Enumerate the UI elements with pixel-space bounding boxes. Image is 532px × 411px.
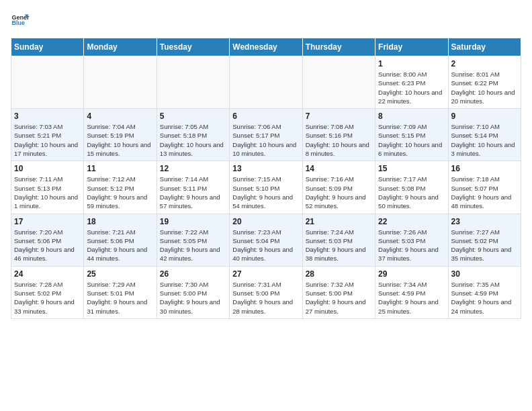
day-info: Sunrise: 7:06 AMSunset: 5:17 PMDaylight:… — [232, 122, 299, 158]
calendar-day-cell: 13Sunrise: 7:15 AMSunset: 5:10 PMDayligh… — [230, 161, 302, 214]
day-of-week-header: Wednesday — [230, 38, 302, 56]
day-info: Sunrise: 7:17 AMSunset: 5:08 PMDaylight:… — [378, 175, 445, 210]
calendar-day-cell: 22Sunrise: 7:26 AMSunset: 5:03 PMDayligh… — [375, 214, 448, 266]
calendar-table: SundayMondayTuesdayWednesdayThursdayFrid… — [11, 38, 521, 319]
calendar-day-cell: 11Sunrise: 7:12 AMSunset: 5:12 PMDayligh… — [84, 161, 157, 214]
calendar-day-cell: 28Sunrise: 7:32 AMSunset: 5:00 PMDayligh… — [302, 266, 375, 318]
calendar-day-cell: 8Sunrise: 7:09 AMSunset: 5:15 PMDaylight… — [375, 109, 448, 161]
calendar-day-cell: 30Sunrise: 7:35 AMSunset: 4:59 PMDayligh… — [448, 266, 521, 318]
day-number: 7 — [306, 111, 372, 121]
calendar-day-cell — [84, 56, 157, 109]
calendar-day-cell: 15Sunrise: 7:17 AMSunset: 5:08 PMDayligh… — [375, 161, 448, 214]
day-info: Sunrise: 7:14 AMSunset: 5:11 PMDaylight:… — [160, 175, 226, 210]
day-number: 13 — [232, 164, 299, 173]
day-info: Sunrise: 7:21 AMSunset: 5:06 PMDaylight:… — [87, 228, 153, 263]
calendar-day-cell: 10Sunrise: 7:11 AMSunset: 5:13 PMDayligh… — [11, 161, 84, 214]
day-info: Sunrise: 8:00 AMSunset: 6:23 PMDaylight:… — [378, 70, 445, 105]
day-info: Sunrise: 7:35 AMSunset: 4:59 PMDaylight:… — [451, 280, 518, 316]
day-of-week-header: Sunday — [11, 38, 84, 56]
day-of-week-header: Saturday — [448, 38, 521, 56]
calendar-day-cell — [11, 56, 84, 109]
day-info: Sunrise: 7:26 AMSunset: 5:03 PMDaylight:… — [378, 228, 445, 263]
calendar-week-row: 24Sunrise: 7:28 AMSunset: 5:02 PMDayligh… — [11, 266, 521, 318]
calendar-week-row: 1Sunrise: 8:00 AMSunset: 6:23 PMDaylight… — [11, 56, 521, 109]
day-number: 30 — [451, 269, 518, 279]
day-number: 27 — [232, 269, 299, 279]
day-number: 21 — [306, 217, 372, 226]
calendar-day-cell — [157, 56, 229, 109]
calendar-day-cell: 2Sunrise: 8:01 AMSunset: 6:22 PMDaylight… — [448, 56, 521, 109]
calendar-day-cell: 7Sunrise: 7:08 AMSunset: 5:16 PMDaylight… — [302, 109, 375, 161]
day-info: Sunrise: 7:03 AMSunset: 5:21 PMDaylight:… — [14, 122, 81, 158]
day-of-week-header: Monday — [84, 38, 157, 56]
calendar-day-cell: 21Sunrise: 7:24 AMSunset: 5:03 PMDayligh… — [302, 214, 375, 266]
day-number: 23 — [451, 217, 518, 226]
day-number: 9 — [451, 111, 518, 121]
calendar-day-cell: 1Sunrise: 8:00 AMSunset: 6:23 PMDaylight… — [375, 56, 448, 109]
day-info: Sunrise: 7:15 AMSunset: 5:10 PMDaylight:… — [232, 175, 299, 210]
day-number: 12 — [160, 164, 226, 173]
calendar-week-row: 3Sunrise: 7:03 AMSunset: 5:21 PMDaylight… — [11, 109, 521, 161]
calendar-day-cell: 18Sunrise: 7:21 AMSunset: 5:06 PMDayligh… — [84, 214, 157, 266]
day-info: Sunrise: 7:16 AMSunset: 5:09 PMDaylight:… — [306, 175, 372, 210]
day-info: Sunrise: 7:22 AMSunset: 5:05 PMDaylight:… — [160, 228, 226, 263]
day-number: 17 — [14, 217, 81, 226]
day-info: Sunrise: 7:34 AMSunset: 4:59 PMDaylight:… — [378, 280, 445, 316]
day-number: 6 — [232, 111, 299, 121]
day-info: Sunrise: 7:05 AMSunset: 5:18 PMDaylight:… — [160, 122, 226, 158]
day-number: 14 — [306, 164, 372, 173]
calendar-day-cell: 20Sunrise: 7:23 AMSunset: 5:04 PMDayligh… — [230, 214, 302, 266]
day-info: Sunrise: 7:04 AMSunset: 5:19 PMDaylight:… — [87, 122, 153, 158]
calendar-day-cell: 4Sunrise: 7:04 AMSunset: 5:19 PMDaylight… — [84, 109, 157, 161]
calendar-day-cell: 5Sunrise: 7:05 AMSunset: 5:18 PMDaylight… — [157, 109, 229, 161]
calendar-day-cell: 29Sunrise: 7:34 AMSunset: 4:59 PMDayligh… — [375, 266, 448, 318]
calendar-week-row: 10Sunrise: 7:11 AMSunset: 5:13 PMDayligh… — [11, 161, 521, 214]
calendar-day-cell: 24Sunrise: 7:28 AMSunset: 5:02 PMDayligh… — [11, 266, 84, 318]
day-info: Sunrise: 7:28 AMSunset: 5:02 PMDaylight:… — [14, 280, 81, 316]
day-number: 24 — [14, 269, 81, 279]
day-info: Sunrise: 7:29 AMSunset: 5:01 PMDaylight:… — [87, 280, 153, 316]
day-number: 20 — [232, 217, 299, 226]
page-header: General Blue — [11, 11, 521, 30]
calendar-day-cell: 26Sunrise: 7:30 AMSunset: 5:00 PMDayligh… — [157, 266, 229, 318]
day-number: 22 — [378, 217, 445, 226]
day-info: Sunrise: 7:27 AMSunset: 5:02 PMDaylight:… — [451, 228, 518, 263]
day-number: 19 — [160, 217, 226, 226]
calendar-day-cell: 12Sunrise: 7:14 AMSunset: 5:11 PMDayligh… — [157, 161, 229, 214]
day-number: 16 — [451, 164, 518, 173]
day-info: Sunrise: 7:24 AMSunset: 5:03 PMDaylight:… — [306, 228, 372, 263]
calendar-day-cell — [230, 56, 302, 109]
calendar-day-cell — [302, 56, 375, 109]
svg-text:Blue: Blue — [11, 19, 25, 26]
day-number: 18 — [87, 217, 153, 226]
day-number: 28 — [306, 269, 372, 279]
day-info: Sunrise: 7:30 AMSunset: 5:00 PMDaylight:… — [160, 280, 226, 316]
logo: General Blue — [11, 11, 30, 30]
calendar-day-cell: 27Sunrise: 7:31 AMSunset: 5:00 PMDayligh… — [230, 266, 302, 318]
day-of-week-header: Tuesday — [157, 38, 229, 56]
calendar-day-cell: 9Sunrise: 7:10 AMSunset: 5:14 PMDaylight… — [448, 109, 521, 161]
day-info: Sunrise: 7:11 AMSunset: 5:13 PMDaylight:… — [14, 175, 81, 210]
calendar-day-cell: 19Sunrise: 7:22 AMSunset: 5:05 PMDayligh… — [157, 214, 229, 266]
day-info: Sunrise: 8:01 AMSunset: 6:22 PMDaylight:… — [451, 70, 518, 105]
day-info: Sunrise: 7:10 AMSunset: 5:14 PMDaylight:… — [451, 122, 518, 158]
day-info: Sunrise: 7:31 AMSunset: 5:00 PMDaylight:… — [232, 280, 299, 316]
day-info: Sunrise: 7:32 AMSunset: 5:00 PMDaylight:… — [306, 280, 372, 316]
day-number: 15 — [378, 164, 445, 173]
day-number: 4 — [87, 111, 153, 121]
calendar-day-cell: 6Sunrise: 7:06 AMSunset: 5:17 PMDaylight… — [230, 109, 302, 161]
day-number: 1 — [378, 59, 445, 68]
day-number: 11 — [87, 164, 153, 173]
calendar-day-cell: 3Sunrise: 7:03 AMSunset: 5:21 PMDaylight… — [11, 109, 84, 161]
day-number: 25 — [87, 269, 153, 279]
calendar-day-cell: 17Sunrise: 7:20 AMSunset: 5:06 PMDayligh… — [11, 214, 84, 266]
day-info: Sunrise: 7:20 AMSunset: 5:06 PMDaylight:… — [14, 228, 81, 263]
calendar-day-cell: 16Sunrise: 7:18 AMSunset: 5:07 PMDayligh… — [448, 161, 521, 214]
day-number: 26 — [160, 269, 226, 279]
day-number: 29 — [378, 269, 445, 279]
day-info: Sunrise: 7:12 AMSunset: 5:12 PMDaylight:… — [87, 175, 153, 210]
day-of-week-header: Thursday — [302, 38, 375, 56]
day-number: 3 — [14, 111, 81, 121]
calendar-day-cell: 14Sunrise: 7:16 AMSunset: 5:09 PMDayligh… — [302, 161, 375, 214]
calendar-week-row: 17Sunrise: 7:20 AMSunset: 5:06 PMDayligh… — [11, 214, 521, 266]
